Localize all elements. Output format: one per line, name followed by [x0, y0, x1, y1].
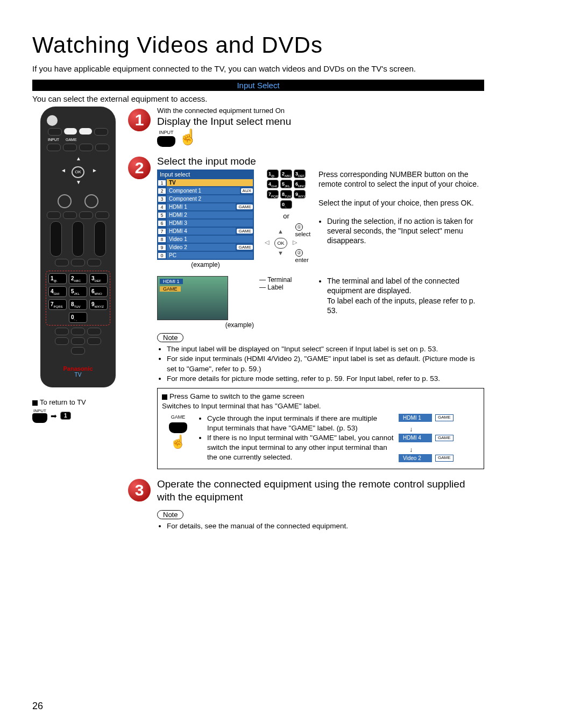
game-cycle-diagram: HDMI 1GAME↓HDMI 4GAME↓Video 2GAME: [399, 414, 479, 466]
game-switch-box: Press Game to switch to the game screen …: [157, 388, 484, 469]
number-buttons-icon: 1@.2ABC3DEF4GHI5JKL6MNO7PQRS8TUV9WXYZ0-,: [259, 169, 313, 209]
step1-pre: With the connected equipment turned On: [157, 107, 484, 115]
tv-screenshot: HDMI 1 GAME: [157, 276, 228, 320]
hand-press-icon: ☝: [179, 130, 197, 145]
brand-label: Panasonic: [45, 365, 111, 372]
note-label: Note: [157, 510, 183, 519]
remote-numpad: 1@.2ABC3DEF 4GHI5JKL6MNO 7PQRS8TUV9WXYZ …: [46, 271, 110, 326]
step-1-badge: 1: [128, 109, 151, 131]
step2-text-2: Select the input of your choice, then pr…: [318, 198, 484, 208]
arrow-right-icon: ➡: [51, 412, 57, 420]
step2-bullet-1: During the selection, if no action is ta…: [327, 216, 484, 246]
dpad-ok-icon: ▲▼ ◁▷ OK: [259, 227, 293, 259]
step2-text-1: Press corresponding NUMBER button on the…: [318, 169, 484, 189]
step3-note: For details, see the manual of the conne…: [167, 521, 484, 531]
or-text: or: [259, 212, 313, 220]
num-1-button-icon: 1: [60, 412, 71, 420]
return-to-tv: To return to TV INPUT ➡ 1: [32, 398, 124, 423]
page-title: Watching Videos and DVDs: [32, 32, 484, 58]
hand-press-icon: ☝: [170, 435, 186, 448]
intro-text: If you have applicable equipment connect…: [32, 63, 484, 74]
step-2-badge: 2: [128, 157, 151, 179]
input-button-icon: [32, 413, 47, 423]
game-button-icon: [169, 422, 187, 433]
input-select-menu: Input select 1TV2Component 1AUX3Componen…: [157, 169, 254, 260]
tv-label: TV: [45, 372, 111, 378]
section-bar: Input Select: [32, 80, 484, 91]
sub-intro: You can select the external equipment to…: [32, 94, 484, 103]
step1-title: Display the Input select menu: [157, 116, 484, 128]
note-label: Note: [157, 333, 183, 342]
ok-button-icon: OK: [72, 166, 84, 178]
input-button-icon: [157, 136, 175, 147]
step2-notes: The input label will be displayed on "In…: [157, 344, 484, 384]
remote-illustration: INPUT GAME ▲▼ ◄► OK 1@.2ABC3DEF 4GHI5JKL…: [40, 107, 116, 387]
step-3-badge: 3: [128, 479, 151, 501]
step3-title: Operate the connected equipment using th…: [157, 478, 484, 504]
step2-title: Select the input mode: [157, 156, 484, 167]
